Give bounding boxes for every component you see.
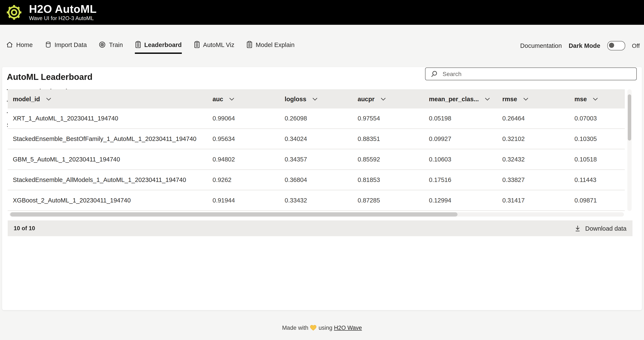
column-label: logloss xyxy=(285,96,306,102)
cell-model-id: XRT_1_AutoML_1_20230411_194740 xyxy=(8,115,212,122)
row-count: 10 of 10 xyxy=(14,225,35,231)
cell-rmse: 0.33827 xyxy=(502,176,574,183)
cell-logloss: 0.26098 xyxy=(285,115,358,122)
column-header-mean-per-class[interactable]: mean_per_clas... xyxy=(429,96,502,102)
target-icon xyxy=(99,41,106,48)
cell-auc: 0.94802 xyxy=(212,156,285,163)
cell-mse: 0.09871 xyxy=(574,197,625,204)
horizontal-scrollbar-thumb[interactable] xyxy=(10,212,458,217)
download-label: Download data xyxy=(585,225,627,232)
cell-aucpr: 0.87285 xyxy=(358,197,429,204)
clipboard-icon xyxy=(135,41,141,48)
chevron-down-icon[interactable] xyxy=(229,97,234,101)
table-header: model_id auc logloss aucpr mean_per_clas… xyxy=(8,89,625,109)
app-subtitle: Wave UI for H2O-3 AutoML xyxy=(29,15,97,22)
column-label: rmse xyxy=(502,96,517,102)
cell-aucpr: 0.81853 xyxy=(358,176,429,183)
nav-label: AutoML Viz xyxy=(203,41,234,48)
horizontal-scrollbar[interactable] xyxy=(10,212,624,217)
nav-item-model-explain[interactable]: Model Explain xyxy=(246,38,294,54)
nav-label: Train xyxy=(109,41,123,48)
search-input[interactable] xyxy=(442,70,633,78)
column-header-auc[interactable]: auc xyxy=(212,96,285,102)
table-footer: 10 of 10 Download data xyxy=(8,220,632,236)
column-label: auc xyxy=(212,96,223,102)
app-header: H2O AutoML Wave UI for H2O-3 AutoML xyxy=(0,0,644,25)
cell-mse: 0.10305 xyxy=(574,135,625,142)
toggle-knob xyxy=(609,43,614,48)
column-header-logloss[interactable]: logloss xyxy=(285,96,358,102)
cell-mse: 0.10518 xyxy=(574,156,625,163)
cell-model-id: XGBoost_2_AutoML_1_20230411_194740 xyxy=(8,197,212,204)
column-header-mse[interactable]: mse xyxy=(574,96,625,102)
table-row[interactable]: GBM_5_AutoML_1_20230411_194740 0.94802 0… xyxy=(8,150,625,170)
cell-rmse: 0.32102 xyxy=(502,135,574,142)
toggle-state-label: Off xyxy=(632,42,640,49)
cell-model-id: StackedEnsemble_BestOfFamily_1_AutoML_1_… xyxy=(8,135,212,142)
table-row[interactable]: StackedEnsemble_BestOfFamily_1_AutoML_1_… xyxy=(8,129,625,150)
chevron-down-icon[interactable] xyxy=(312,97,318,101)
cell-mean-per-class: 0.09927 xyxy=(429,135,502,142)
column-label: model_id xyxy=(13,96,40,102)
nav-label: Import Data xyxy=(54,41,87,48)
footer-text-prefix: Made with xyxy=(282,325,308,331)
database-icon xyxy=(44,41,52,48)
cell-mean-per-class: 0.10603 xyxy=(429,156,502,163)
main-nav: Home Import Data Train xyxy=(6,38,294,54)
app-title-block: H2O AutoML Wave UI for H2O-3 AutoML xyxy=(29,3,97,22)
nav-item-home[interactable]: Home xyxy=(6,38,33,54)
cell-auc: 0.9262 xyxy=(212,176,285,183)
heart-icon xyxy=(310,325,317,331)
cell-aucpr: 0.88351 xyxy=(358,135,429,142)
chevron-down-icon[interactable] xyxy=(485,97,490,101)
table-row[interactable]: XRT_1_AutoML_1_20230411_194740 0.99064 0… xyxy=(8,109,625,129)
nav-item-import-data[interactable]: Import Data xyxy=(44,38,87,54)
table-row[interactable]: XGBoost_2_AutoML_1_20230411_194740 0.919… xyxy=(8,190,625,211)
cell-mse: 0.07003 xyxy=(574,115,625,122)
gear-icon xyxy=(6,4,22,21)
cell-aucpr: 0.97554 xyxy=(358,115,429,122)
cell-model-id: StackedEnsemble_AllModels_1_AutoML_1_202… xyxy=(8,176,212,183)
vertical-scrollbar-thumb[interactable] xyxy=(628,94,631,141)
column-label: mean_per_clas... xyxy=(429,96,479,102)
app-title: H2O AutoML xyxy=(29,3,97,15)
chevron-down-icon[interactable] xyxy=(593,97,598,101)
search-icon xyxy=(430,71,438,77)
clipboard-icon xyxy=(246,41,253,48)
column-label: mse xyxy=(574,96,587,102)
cell-logloss: 0.36804 xyxy=(285,176,358,183)
documentation-link[interactable]: Documentation xyxy=(520,42,562,49)
column-header-aucpr[interactable]: aucpr xyxy=(358,96,429,102)
nav-item-train[interactable]: Train xyxy=(99,38,123,54)
home-icon xyxy=(6,41,13,48)
chevron-down-icon[interactable] xyxy=(523,97,528,101)
wave-link[interactable]: H2O Wave xyxy=(334,325,362,331)
search-box[interactable] xyxy=(425,68,637,80)
download-icon xyxy=(575,225,581,232)
cell-mean-per-class: 0.05198 xyxy=(429,115,502,122)
nav-item-leaderboard[interactable]: Leaderboard xyxy=(135,38,182,54)
column-header-model-id[interactable]: model_id xyxy=(8,96,212,102)
page-footer: Made withusing H2O Wave xyxy=(0,325,644,331)
chevron-down-icon[interactable] xyxy=(46,97,51,101)
footer-text-middle: using xyxy=(318,325,332,331)
cell-logloss: 0.34024 xyxy=(285,135,358,142)
clipboard-icon xyxy=(194,41,200,48)
column-header-rmse[interactable]: rmse xyxy=(502,96,574,102)
leaderboard-table: model_id auc logloss aucpr mean_per_clas… xyxy=(8,89,632,236)
nav-item-automl-viz[interactable]: AutoML Viz xyxy=(194,38,234,54)
cell-auc: 0.99064 xyxy=(212,115,285,122)
chevron-down-icon[interactable] xyxy=(380,97,386,101)
nav-label: Model Explain xyxy=(256,41,294,48)
table-row[interactable]: StackedEnsemble_AllModels_1_AutoML_1_202… xyxy=(8,170,625,190)
cell-auc: 0.95634 xyxy=(212,135,285,142)
cell-rmse: 0.31417 xyxy=(502,197,574,204)
vertical-scrollbar[interactable] xyxy=(627,89,632,211)
dark-mode-toggle[interactable] xyxy=(607,41,625,50)
cell-mean-per-class: 0.17516 xyxy=(429,176,502,183)
download-button[interactable]: Download data xyxy=(575,225,627,232)
column-label: aucpr xyxy=(358,96,374,102)
cell-model-id: GBM_5_AutoML_1_20230411_194740 xyxy=(8,156,212,163)
nav-label: Home xyxy=(16,41,33,48)
page-title: AutoML Leaderboard xyxy=(7,72,92,82)
